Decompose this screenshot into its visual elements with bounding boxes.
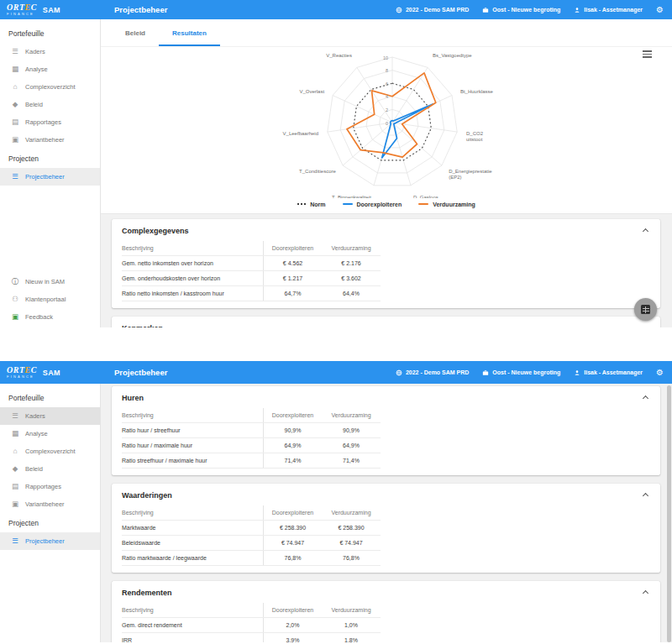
radar-axis-label: T_Binnenkwaliteit (332, 195, 371, 198)
legend-swatch (418, 203, 428, 206)
collapse-chevron-icon[interactable] (643, 492, 648, 498)
table-header-row: BeschrijvingDoorexploiterenVerduurzaming (122, 505, 381, 521)
bar-chart-icon: ▦ (11, 65, 19, 73)
user-menu[interactable]: Iisak - Assetmanager (574, 369, 643, 376)
sidebar-item-kaders[interactable]: ☰Kaders (0, 43, 100, 60)
sidebar-item-feedback[interactable]: ▣Feedback (0, 308, 100, 326)
collapse-chevron-icon[interactable] (643, 589, 648, 595)
logo-accent-letter: E (25, 365, 31, 374)
sidebar-item-nieuw-in-sam[interactable]: ⓘNieuw in SAM (0, 273, 100, 291)
legend-item-doorexploiteren[interactable]: Doorexploiteren (343, 202, 402, 207)
view-list-icon: ☰ (11, 48, 19, 55)
user-menu[interactable]: Iisak - Assetmanager (574, 7, 643, 13)
logo-subtext: FINANCE (7, 13, 37, 16)
sidebar-item-complexoverzicht[interactable]: ⌂Complexoverzicht (0, 442, 100, 460)
card-header: Huren (112, 386, 660, 408)
sidebar-item-rapportages[interactable]: ▤Rapportages (0, 113, 100, 131)
chart-menu-icon[interactable] (643, 50, 652, 60)
sidebar-item-beleid[interactable]: ◆Beleid (0, 96, 100, 113)
briefcase-icon: ▣ (11, 500, 19, 508)
view-list-icon: ☰ (11, 173, 19, 181)
scenario-selector[interactable]: 2022 - Demo SAM PRD (396, 369, 469, 376)
legend-item-norm[interactable]: Norm (297, 202, 325, 207)
rendementen-table: BeschrijvingDoorexploiterenVerduurzaming… (112, 603, 660, 642)
scenario-selector[interactable]: 2022 - Demo SAM PRD (396, 7, 469, 13)
table-cell: 71,4% (322, 453, 381, 468)
sidebar-item-analyse[interactable]: ▦Analyse (0, 60, 100, 78)
table-row: Gem. onderhoudskosten over horizon€ 1.21… (122, 271, 381, 286)
vertical-scrollbar[interactable] (667, 385, 671, 642)
page-title: Projectbeheer (114, 5, 167, 14)
document-icon: ▤ (11, 118, 19, 126)
sidebar-item-variantbeheer[interactable]: ▣Variantbeheer (0, 495, 100, 513)
tab-resultaten[interactable]: Resultaten (159, 29, 220, 46)
table-cell: € 3.602 (322, 271, 381, 285)
card-complexgegevens: Complexgegevens BeschrijvingDoorexploite… (112, 219, 660, 308)
sidebar-item-analyse[interactable]: ▦Analyse (0, 425, 100, 442)
radar-axis-label: Bs_Vastgoedtype (433, 53, 472, 58)
table-cell: Beleidswaarde (122, 536, 263, 550)
table-cell: Marktwaarde (122, 521, 263, 535)
sidebar-item-label: Nieuw in SAM (25, 278, 65, 285)
sidebar-item-label: Beleid (25, 101, 43, 108)
radar-axis-label: T_Conditiescore (299, 169, 336, 174)
sidebar-section-label: Projecten (0, 149, 100, 168)
table-row: Beleidswaarde€ 74.947€ 74.947 (122, 536, 381, 551)
radar-axis-label: D_CO2uitstoot (466, 131, 484, 142)
settings-gear-icon[interactable]: ⚙ (656, 6, 664, 14)
radar-axis-line (328, 123, 392, 132)
column-header: Doorexploiteren (263, 241, 322, 255)
table-header-row: BeschrijvingDoorexploiterenVerduurzaming (122, 408, 381, 423)
legend-swatch (343, 203, 353, 206)
radar-axis-label: D_Energieprestatie(EP2) (449, 169, 492, 180)
page-title: Projectbeheer (114, 368, 167, 377)
table-cell: € 258.390 (263, 521, 322, 535)
sidebar-item-label: Analyse (25, 65, 48, 73)
table-cell: 3,9% (263, 633, 322, 642)
view-list-icon: ☰ (11, 537, 19, 545)
sidebar: Portefeuille☰Kaders▦Analyse⌂Complexoverz… (0, 19, 101, 327)
table-cell: 71,4% (263, 453, 322, 468)
app-name: SAM (43, 6, 60, 14)
card-header: Complexgegevens (112, 219, 660, 241)
sidebar-item-rapportages[interactable]: ▤Rapportages (0, 478, 100, 495)
table-cell: Ratio netto inkomsten / kasstroom huur (122, 286, 263, 301)
sidebar-item-beleid[interactable]: ◆Beleid (0, 460, 100, 478)
card-rendementen: Rendementen BeschrijvingDoorexploiterenV… (112, 581, 660, 642)
column-header: Doorexploiteren (263, 408, 322, 422)
legend-swatch (297, 203, 306, 205)
sidebar-item-projectbeheer[interactable]: ☰Projectbeheer (0, 532, 100, 550)
card-huren: Huren BeschrijvingDoorexploiterenVerduur… (112, 386, 660, 475)
legend-item-verduurzaming[interactable]: Verduurzaming (418, 202, 475, 207)
sidebar-item-projectbeheer[interactable]: ☰Projectbeheer (0, 168, 100, 186)
sidebar-item-label: Beleid (25, 465, 43, 473)
card-waarderingen: Waarderingen BeschrijvingDoorexploiteren… (112, 484, 660, 573)
building-icon: ⌂ (11, 448, 19, 455)
bar-chart-icon: ▦ (11, 430, 19, 437)
table-cell: € 2.176 (322, 256, 381, 270)
info-icon: ⓘ (11, 278, 19, 285)
tab-beleid[interactable]: Beleid (112, 29, 159, 46)
sidebar-item-complexoverzicht[interactable]: ⌂Complexoverzicht (0, 78, 100, 96)
table-cell: 1,8% (322, 633, 381, 642)
budget-selector[interactable]: Oost - Nieuwe begroting (482, 369, 560, 376)
card-header: Waarderingen (112, 484, 660, 505)
sidebar-item-kaders[interactable]: ☰Kaders (0, 407, 100, 425)
sidebar-item-variantbeheer[interactable]: ▣Variantbeheer (0, 131, 100, 149)
radar-axis-label: Bt_Huurklasse (460, 89, 494, 94)
collapse-chevron-icon[interactable] (643, 395, 648, 401)
table-cell: Ratio streefhuur / maximale huur (122, 453, 263, 468)
person-icon (574, 369, 580, 376)
collapse-chevron-icon[interactable] (643, 228, 648, 233)
sidebar-item-klantenportaal[interactable]: ⚇Klantenportaal (0, 291, 100, 308)
table-cell: 64,4% (322, 286, 381, 301)
settings-gear-icon[interactable]: ⚙ (656, 369, 664, 377)
table-cell: € 74.947 (322, 536, 381, 550)
sidebar: Portefeuille☰Kaders▦Analyse⌂Complexoverz… (0, 384, 101, 642)
brand-area: ORTEC FINANCE SAM (7, 3, 101, 16)
app-header: ORTEC FINANCE SAM Projectbeheer 2022 - D… (0, 0, 672, 19)
scenario-label: 2022 - Demo SAM PRD (406, 7, 469, 13)
table-view-fab-button[interactable] (634, 298, 657, 321)
person-icon (574, 7, 580, 13)
budget-selector[interactable]: Oost - Nieuwe begroting (482, 7, 560, 13)
